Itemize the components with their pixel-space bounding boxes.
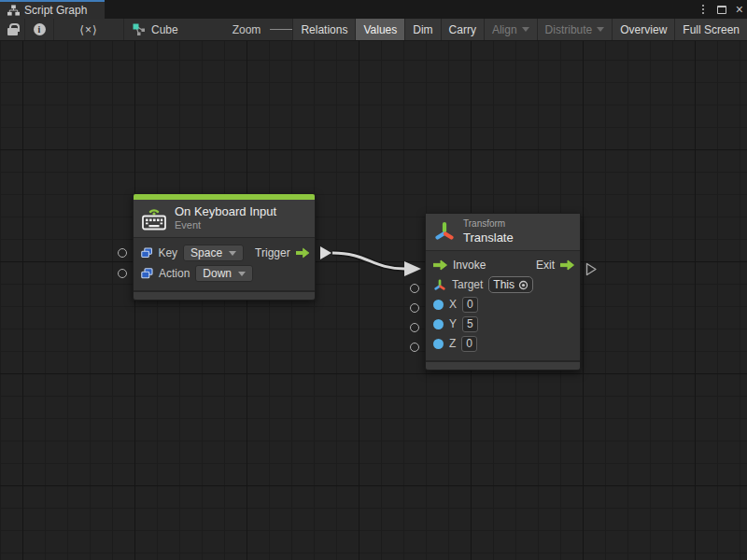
lock-button[interactable] xyxy=(0,19,25,40)
graph-icon xyxy=(7,5,20,16)
flow-arrow-icon xyxy=(560,259,574,271)
dim-button[interactable]: Dim xyxy=(404,19,440,40)
translate-node-body: Invoke Exit Target This xyxy=(426,251,580,360)
action-dropdown[interactable]: Down xyxy=(195,265,253,282)
float-port-icon xyxy=(433,339,444,349)
node-translate[interactable]: Transform Translate Invoke Exit xyxy=(425,213,581,371)
tab-script-graph[interactable]: Script Graph xyxy=(0,0,105,19)
chevron-down-icon xyxy=(229,251,236,256)
port-key-input[interactable] xyxy=(118,248,127,258)
invoke-label: Invoke xyxy=(453,259,486,272)
toolbar-right-group: Relations Values Dim Carry Align Distrib… xyxy=(292,19,747,40)
chevron-down-icon xyxy=(238,272,246,276)
tab-bar: Script Graph × xyxy=(0,0,747,19)
float-port-icon xyxy=(433,319,444,329)
code-brackets-icon: ⟨×⟩ xyxy=(79,23,97,36)
toolbar-left-group: i ⟨×⟩ xyxy=(0,19,124,40)
port-x-input[interactable] xyxy=(410,303,419,313)
chevron-down-icon xyxy=(522,27,529,32)
target-label: Target xyxy=(452,278,483,291)
target-value-chip[interactable]: This xyxy=(488,276,533,293)
inspect-button[interactable]: i xyxy=(25,19,54,40)
wire-arrowhead-icon xyxy=(404,261,421,276)
graph-toolbar: i ⟨×⟩ Cube Zoom 1x Relations xyxy=(0,19,747,41)
z-value-field[interactable]: 0 xyxy=(461,336,477,352)
close-icon[interactable]: × xyxy=(736,3,743,16)
key-label: Key xyxy=(158,246,177,259)
graph-canvas[interactable]: On Keyboard Input Event Key Space xyxy=(0,41,747,560)
y-value-field[interactable]: 5 xyxy=(462,316,478,332)
fullscreen-button[interactable]: Full Screen xyxy=(674,19,747,40)
keyboard-node-header: On Keyboard Input Event xyxy=(134,200,315,238)
keyboard-node-body: Key Space Trigger Act xyxy=(134,238,315,290)
values-button[interactable]: Values xyxy=(355,19,404,40)
kebab-menu-icon[interactable] xyxy=(698,3,708,16)
port-y-input[interactable] xyxy=(410,323,419,332)
wire-layer xyxy=(0,41,747,560)
wire-trigger-to-invoke xyxy=(332,253,405,269)
port-exit-output[interactable] xyxy=(585,262,598,276)
tab-title: Script Graph xyxy=(24,4,87,17)
distribute-button[interactable]: Distribute xyxy=(537,19,613,40)
graph-target-label[interactable]: Cube xyxy=(151,23,178,36)
z-row: Z 0 xyxy=(433,334,574,354)
preview-code-button[interactable]: ⟨×⟩ xyxy=(54,19,124,40)
script-graph-window: Script Graph × i ⟨×⟩ xyxy=(0,0,747,560)
port-target-input[interactable] xyxy=(410,284,419,293)
node-category: Transform xyxy=(463,218,514,231)
x-value-field[interactable]: 0 xyxy=(462,297,478,313)
action-row: Action Down xyxy=(141,263,309,284)
port-action-input[interactable] xyxy=(118,269,127,278)
wire-outline xyxy=(332,253,405,269)
translate-node-header: Transform Translate xyxy=(426,214,580,251)
key-dropdown[interactable]: Space xyxy=(183,245,244,261)
carry-button[interactable]: Carry xyxy=(441,19,484,40)
key-row: Key Space Trigger xyxy=(141,243,309,263)
invoke-row: Invoke Exit xyxy=(433,256,574,275)
action-label: Action xyxy=(159,267,190,280)
flow-arrow-icon xyxy=(296,247,309,259)
x-row: X 0 xyxy=(433,295,574,315)
translate-node-footer xyxy=(426,360,580,370)
window-controls: × xyxy=(698,0,743,19)
x-label: X xyxy=(449,298,457,311)
float-port-icon xyxy=(433,300,444,310)
exit-label: Exit xyxy=(536,259,555,272)
trigger-label: Trigger xyxy=(255,246,290,259)
port-z-input[interactable] xyxy=(410,343,419,352)
z-label: Z xyxy=(449,337,456,350)
target-row: Target This xyxy=(433,275,574,295)
object-picker-icon xyxy=(518,280,529,290)
y-label: Y xyxy=(449,317,457,330)
transform-mini-icon xyxy=(433,279,446,291)
flow-arrow-icon xyxy=(433,259,447,271)
node-title: On Keyboard Input xyxy=(175,204,276,219)
value-input-icon xyxy=(141,268,153,279)
zoom-label: Zoom xyxy=(233,23,261,36)
node-title: Translate xyxy=(463,231,514,245)
transform-icon xyxy=(433,221,456,242)
y-row: Y 5 xyxy=(433,315,574,334)
info-icon: i xyxy=(34,23,46,35)
graph-target-icon xyxy=(133,23,146,35)
node-on-keyboard-input[interactable]: On Keyboard Input Event Key Space xyxy=(133,193,316,301)
chevron-down-icon xyxy=(597,27,604,32)
relations-button[interactable]: Relations xyxy=(292,19,355,40)
maximize-icon[interactable] xyxy=(717,6,726,14)
keyboard-event-icon xyxy=(141,206,167,231)
lock-icon xyxy=(7,28,18,35)
overview-button[interactable]: Overview xyxy=(612,19,674,40)
node-subtitle: Event xyxy=(175,219,276,232)
port-trigger-output[interactable] xyxy=(320,246,331,259)
keyboard-node-footer xyxy=(134,290,315,300)
value-input-icon xyxy=(141,247,152,259)
align-button[interactable]: Align xyxy=(484,19,537,40)
